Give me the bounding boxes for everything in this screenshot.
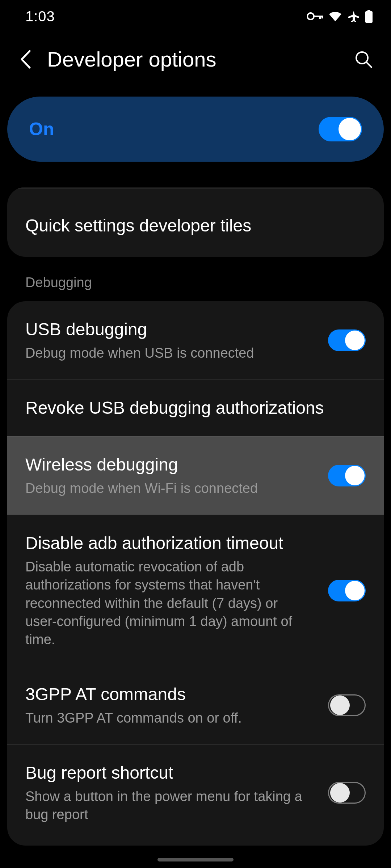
usb-debugging-switch[interactable] — [328, 329, 366, 351]
status-time: 1:03 — [25, 8, 55, 25]
wireless-debugging-row[interactable]: Wireless debugging Debug mode when Wi-Fi… — [7, 436, 384, 515]
vpn-key-icon — [307, 12, 323, 21]
master-toggle-row[interactable]: On — [7, 97, 384, 162]
search-button[interactable] — [354, 50, 373, 69]
bug-report-shortcut-sub: Show a button in the power menu for taki… — [25, 787, 308, 824]
nav-indicator — [157, 858, 234, 861]
back-button[interactable] — [18, 49, 33, 70]
gpp-at-commands-sub: Turn 3GPP AT commands on or off. — [25, 709, 317, 727]
status-icons — [307, 10, 373, 23]
quick-settings-card: Quick settings developer tiles — [7, 187, 384, 257]
master-toggle-label: On — [29, 119, 54, 140]
bug-report-shortcut-switch[interactable] — [328, 782, 366, 804]
revoke-usb-title: Revoke USB debugging authorizations — [25, 397, 366, 419]
bug-report-shortcut-row[interactable]: Bug report shortcut Show a button in the… — [7, 744, 384, 845]
gpp-at-commands-switch[interactable] — [328, 694, 366, 716]
disable-adb-timeout-row[interactable]: Disable adb authorization timeout Disabl… — [7, 515, 384, 666]
section-header-debugging: Debugging — [0, 257, 391, 301]
wireless-debugging-switch[interactable] — [328, 465, 366, 486]
gpp-at-commands-row[interactable]: 3GPP AT commands Turn 3GPP AT commands o… — [7, 666, 384, 744]
usb-debugging-title: USB debugging — [25, 319, 317, 340]
master-toggle-switch[interactable] — [319, 117, 362, 141]
disable-adb-timeout-title: Disable adb authorization timeout — [25, 532, 300, 554]
gpp-at-commands-title: 3GPP AT commands — [25, 684, 317, 705]
svg-rect-2 — [319, 16, 321, 19]
disable-adb-timeout-sub: Disable automatic revocation of adb auth… — [25, 558, 300, 648]
bug-report-shortcut-title: Bug report shortcut — [25, 762, 308, 784]
quick-settings-title: Quick settings developer tiles — [25, 215, 366, 237]
svg-point-0 — [307, 13, 314, 20]
disable-adb-timeout-switch[interactable] — [328, 580, 366, 601]
airplane-icon — [348, 10, 360, 22]
usb-debugging-sub: Debug mode when USB is connected — [25, 344, 317, 362]
page-title: Developer options — [47, 47, 340, 71]
status-bar: 1:03 — [0, 0, 391, 33]
wireless-debugging-sub: Debug mode when Wi-Fi is connected — [25, 479, 317, 497]
svg-line-7 — [366, 62, 371, 67]
wireless-debugging-title: Wireless debugging — [25, 454, 317, 476]
svg-rect-5 — [365, 11, 373, 23]
battery-icon — [365, 10, 373, 23]
debugging-card: USB debugging Debug mode when USB is con… — [7, 301, 384, 846]
wifi-icon — [328, 10, 342, 22]
svg-rect-4 — [367, 10, 370, 11]
usb-debugging-row[interactable]: USB debugging Debug mode when USB is con… — [7, 301, 384, 379]
quick-settings-developer-tiles[interactable]: Quick settings developer tiles — [7, 188, 384, 257]
app-bar: Developer options — [0, 33, 391, 93]
svg-rect-3 — [321, 16, 323, 18]
svg-rect-1 — [314, 16, 322, 17]
revoke-usb-row[interactable]: Revoke USB debugging authorizations — [7, 379, 384, 436]
